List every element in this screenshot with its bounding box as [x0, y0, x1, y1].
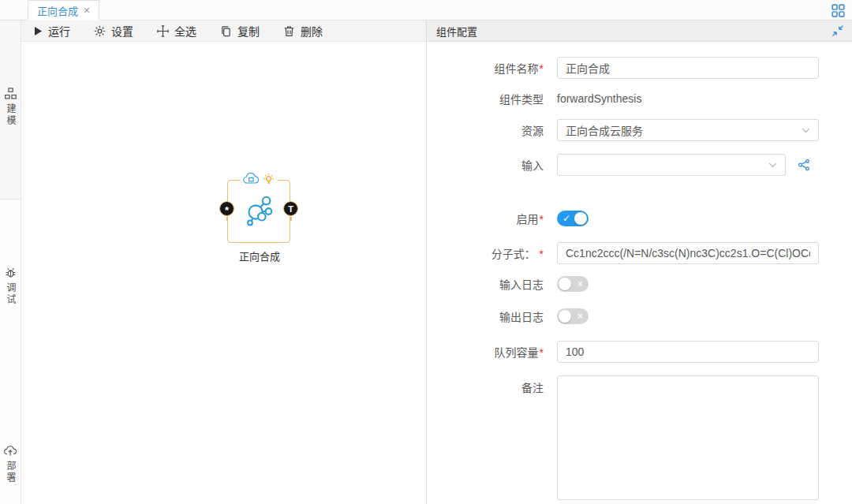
output-port-label: T [288, 204, 293, 214]
field-label: 备注 [427, 375, 544, 395]
panel-title: 组件配置 [436, 24, 477, 39]
required-asterisk: * [540, 213, 544, 226]
run-label: 运行 [48, 23, 70, 39]
settings-button[interactable]: 设置 [94, 23, 133, 39]
field-label: 分子式： * [427, 245, 544, 261]
field-row-component-type: 组件类型 forwardSynthesis [427, 91, 852, 106]
chevron-down-icon [802, 128, 810, 133]
input-select[interactable] [557, 154, 786, 176]
field-row-formula: 分子式： * [427, 242, 852, 264]
link-input-button[interactable] [798, 159, 810, 171]
run-button[interactable]: 运行 [33, 23, 70, 39]
field-row-input-log: 输入日志 × [427, 276, 852, 292]
output-log-toggle[interactable]: × [557, 308, 589, 324]
sidebar-item-modeling[interactable]: 建模 [0, 88, 21, 127]
sidebar-item-debug[interactable]: 调试 [0, 267, 21, 306]
copy-label: 复制 [237, 23, 260, 39]
select-all-button[interactable]: 全选 [157, 23, 196, 39]
delete-button[interactable]: 删除 [283, 23, 323, 39]
node-input-port[interactable]: * [219, 201, 234, 216]
apps-grid-icon[interactable] [831, 4, 845, 17]
required-asterisk: * [540, 346, 544, 359]
formula-input[interactable] [557, 242, 819, 264]
component-name-input[interactable] [557, 57, 819, 79]
workflow-node-forward-synthesis[interactable]: * T 正向合成 [227, 180, 290, 243]
chevron-down-icon [768, 162, 777, 168]
tab-label: 正向合成 [37, 3, 78, 18]
field-label: 启用* [427, 211, 544, 226]
resource-select[interactable]: 正向合成云服务 [557, 119, 819, 141]
toggle-knob [574, 212, 587, 225]
sidebar-item-deploy[interactable]: 部署 [0, 445, 21, 484]
field-label: 队列容量* [427, 344, 544, 360]
tab-forward-synthesis[interactable]: 正向合成 × [28, 0, 99, 21]
component-config-panel: 组件配置 组件名称* 组件类型 forwardSynthesis [426, 21, 852, 504]
sidebar-item-label: 建模 [6, 103, 15, 127]
field-label: 组件名称* [427, 60, 544, 76]
cloud-upload-icon [4, 445, 17, 457]
input-port-label: * [225, 204, 229, 216]
workflow-canvas[interactable]: * T 正向合成 [21, 42, 426, 504]
select-all-label: 全选 [174, 23, 196, 39]
toggle-knob [559, 278, 571, 290]
gear-icon [94, 25, 106, 37]
enabled-toggle[interactable]: ✓ [557, 211, 589, 226]
field-label: 资源 [427, 122, 544, 138]
queue-capacity-input[interactable] [557, 341, 819, 363]
field-label: 输出日志 [427, 308, 544, 324]
sidebar-item-label: 调试 [6, 282, 15, 306]
component-type-value: forwardSynthesis [557, 92, 641, 105]
field-label: 组件类型 [427, 91, 544, 106]
check-icon: ✓ [562, 212, 570, 225]
toggle-knob [559, 310, 571, 323]
field-row-output-log: 输出日志 × [427, 308, 852, 324]
input-log-toggle[interactable]: × [557, 276, 589, 292]
node-output-port[interactable]: T [283, 201, 298, 216]
x-icon: × [577, 310, 583, 323]
molecule-icon [241, 193, 277, 230]
canvas-toolbar: 运行 设置 全选 [21, 21, 426, 42]
field-row-remark: 备注 [427, 375, 852, 500]
panel-header: 组件配置 [427, 21, 852, 42]
copy-button[interactable]: 复制 [220, 23, 260, 39]
tab-bar: 正向合成 × [0, 0, 852, 21]
play-icon [33, 26, 43, 36]
app-window: 正向合成 × 建模 [0, 0, 852, 504]
share-icon [798, 159, 810, 171]
field-row-enabled: 启用* ✓ [427, 211, 852, 226]
panel-form: 组件名称* 组件类型 forwardSynthesis 资源 正向合成云服务 [427, 42, 852, 504]
collapse-panel-icon[interactable] [831, 24, 844, 37]
x-icon: × [577, 278, 583, 290]
field-row-queue-capacity: 队列容量* [427, 341, 852, 363]
resource-select-value: 正向合成云服务 [566, 122, 643, 138]
copy-icon [220, 25, 232, 37]
field-row-component-name: 组件名称* [427, 57, 852, 79]
move-cross-icon [157, 25, 169, 37]
left-sidebar: 建模 调试 部署 [0, 21, 21, 504]
bug-icon [5, 267, 17, 278]
required-asterisk: * [540, 62, 544, 75]
field-label: 输入 [427, 157, 544, 173]
remark-textarea[interactable] [557, 375, 819, 500]
required-asterisk: * [540, 248, 544, 260]
settings-label: 设置 [111, 23, 133, 39]
field-row-input: 输入 [427, 154, 852, 176]
node-label: 正向合成 [212, 248, 307, 263]
field-label: 输入日志 [427, 276, 544, 292]
trash-icon [283, 25, 295, 37]
field-row-resource: 资源 正向合成云服务 [427, 119, 852, 141]
node-body [228, 181, 290, 242]
delete-label: 删除 [301, 23, 323, 39]
sidebar-item-label: 部署 [6, 461, 15, 484]
org-chart-icon [5, 88, 17, 99]
tab-close-icon[interactable]: × [84, 5, 90, 16]
